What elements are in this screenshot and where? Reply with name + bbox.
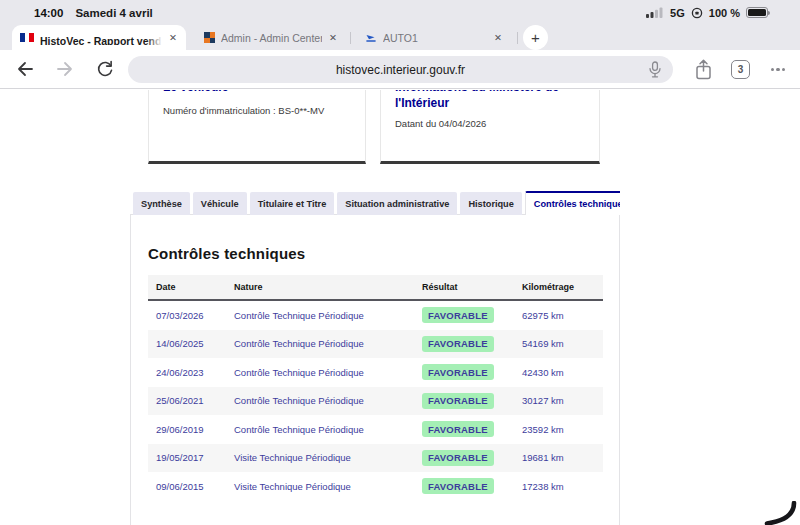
technical-inspections-table: Date Nature Résultat Kilométrage 07/03/2… (148, 275, 603, 501)
browser-tab-title: HistoVec - Rapport vend (40, 35, 161, 45)
status-date: Samedi 4 avril (75, 7, 152, 19)
close-tab-icon[interactable]: ✕ (328, 32, 338, 43)
url-text: histovec.interieur.gouv.fr (336, 63, 465, 77)
forward-button[interactable] (54, 59, 76, 79)
share-icon[interactable] (692, 59, 714, 79)
table-row: 25/06/2021 Contrôle Technique Périodique… (148, 387, 603, 416)
table-row: 19/05/2017 Visite Technique Périodique F… (148, 444, 603, 473)
histovec-page: Le véhicule Numéro d'immatriculation : B… (0, 90, 800, 525)
rotation-lock-icon (691, 7, 703, 19)
browser-tab-auto1[interactable]: AUTO1 ✕ (357, 25, 511, 50)
tab-vehicule[interactable]: Véhicule (193, 192, 247, 215)
browser-toolbar: histovec.interieur.gouv.fr 3 (0, 50, 800, 89)
table-row: 07/03/2026 Contrôle Technique Périodique… (148, 301, 603, 330)
table-row: 29/06/2019 Contrôle Technique Périodique… (148, 415, 603, 444)
ipad-safari-window: 14:00 Samedi 4 avril 5G 100 % Hist (0, 0, 800, 525)
reload-button[interactable] (94, 59, 116, 79)
microphone-icon[interactable] (648, 61, 662, 82)
status-badge: FAVORABLE (422, 450, 494, 466)
vehicle-card: Le véhicule Numéro d'immatriculation : B… (148, 90, 366, 164)
table-row: 09/06/2015 Visite Technique Périodique F… (148, 472, 603, 501)
browser-tab-title: Admin - Admin Center (221, 32, 322, 44)
status-badge: FAVORABLE (422, 421, 494, 437)
battery-icon (746, 7, 768, 18)
close-tab-icon[interactable]: ✕ (493, 32, 503, 43)
battery-percent-label: 100 % (709, 7, 740, 19)
section-title: Contrôles techniques (148, 245, 602, 262)
admin-center-favicon (204, 32, 215, 43)
report-date: Datant du 04/04/2026 (395, 118, 585, 129)
status-badge: FAVORABLE (422, 307, 494, 323)
browser-tab-histovec[interactable]: HistoVec - Rapport vend ✕ (12, 25, 186, 50)
ministry-card: Informations du Ministère de l'Intérieur… (380, 90, 600, 164)
cellular-signal-icon (646, 7, 664, 18)
tab-titulaire-et-titre[interactable]: Titulaire et Titre (250, 192, 335, 215)
tab-divider (517, 32, 518, 44)
auto1-favicon (365, 32, 377, 44)
status-badge: FAVORABLE (422, 364, 494, 380)
table-row: 14/06/2025 Contrôle Technique Périodique… (148, 330, 603, 359)
status-badge: FAVORABLE (422, 478, 494, 494)
report-section-tabs: Synthèse Véhicule Titulaire et Titre Sit… (133, 191, 620, 215)
tab-controles-techniques[interactable]: Contrôles techniques (525, 191, 620, 215)
vehicle-card-title: Le véhicule (163, 90, 351, 95)
new-tab-button[interactable]: + (523, 25, 548, 50)
table-row: 24/06/2023 Contrôle Technique Périodique… (148, 358, 603, 387)
tab-divider (350, 32, 351, 44)
more-options-icon[interactable] (766, 60, 790, 79)
tab-historique[interactable]: Historique (460, 192, 521, 215)
status-badge: FAVORABLE (422, 393, 494, 409)
tab-situation-administrative[interactable]: Situation administrative (337, 192, 457, 215)
network-type-label: 5G (670, 7, 685, 19)
status-badge: FAVORABLE (422, 336, 494, 352)
clock: 14:00 (34, 7, 63, 19)
browser-tab-strip: HistoVec - Rapport vend ✕ Admin - Admin … (0, 25, 800, 50)
tab-overview-button[interactable]: 3 (731, 60, 750, 79)
table-header-row: Date Nature Résultat Kilométrage (148, 275, 603, 301)
registration-number: Numéro d'immatriculation : BS-0**-MV (163, 105, 351, 116)
address-bar[interactable]: histovec.interieur.gouv.fr (128, 56, 673, 83)
browser-tab-title: AUTO1 (383, 32, 487, 44)
decorative-arc (754, 501, 799, 525)
controles-techniques-panel: Contrôles techniques Date Nature Résulta… (130, 214, 620, 525)
ministry-card-title: Informations du Ministère de l'Intérieur (395, 90, 585, 111)
tab-synthese[interactable]: Synthèse (133, 192, 190, 215)
status-bar: 14:00 Samedi 4 avril 5G 100 % (0, 0, 800, 25)
french-flag-favicon (20, 33, 34, 43)
close-tab-icon[interactable]: ✕ (168, 32, 178, 43)
back-button[interactable] (14, 59, 36, 79)
browser-tab-admin[interactable]: Admin - Admin Center ✕ (196, 25, 346, 50)
